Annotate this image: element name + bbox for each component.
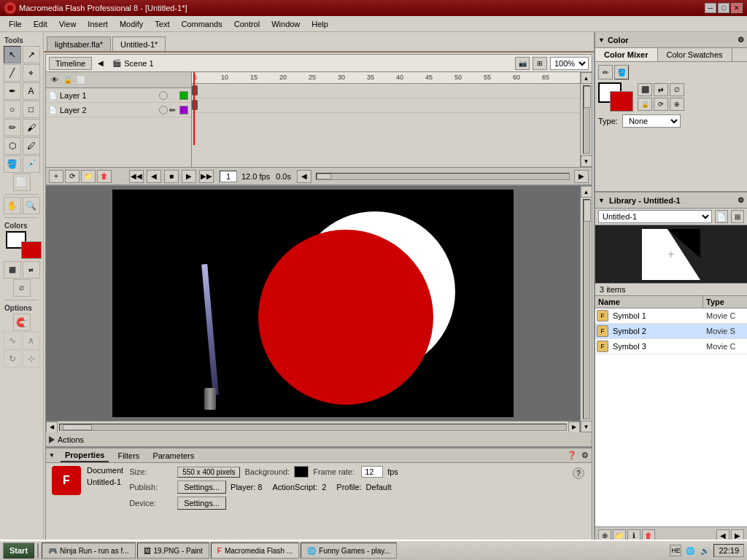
- tab-filters[interactable]: Filters: [113, 450, 144, 462]
- rect-tool[interactable]: □: [23, 101, 40, 118]
- lock-fill-btn[interactable]: 🔒: [638, 98, 652, 111]
- playhead[interactable]: [193, 72, 195, 145]
- swap-colors-btn[interactable]: ⇄: [23, 261, 40, 279]
- publish-settings-btn[interactable]: Settings...: [177, 481, 226, 494]
- lasso-tool[interactable]: ⌖: [23, 64, 40, 82]
- timeline-scroll-right[interactable]: ▶: [574, 170, 589, 183]
- play-btn[interactable]: ◀◀: [129, 170, 144, 183]
- stage-vscroll-up[interactable]: ▲: [581, 186, 592, 198]
- snap-to-objects-btn[interactable]: 🧲: [13, 314, 31, 331]
- library-select[interactable]: Untitled-1: [598, 210, 712, 223]
- zoom-tool[interactable]: 🔍: [23, 197, 40, 214]
- taskbar-browser[interactable]: 🌐 Funny Games - play...: [301, 542, 397, 559]
- layer2-visible[interactable]: [159, 106, 168, 114]
- menu-edit[interactable]: Edit: [28, 18, 53, 30]
- props-help-btn[interactable]: ❓: [567, 451, 577, 460]
- device-settings-btn[interactable]: Settings...: [177, 497, 226, 510]
- layer2-lock[interactable]: ✏: [169, 106, 178, 114]
- step-forward-btn[interactable]: ▶: [182, 170, 196, 183]
- zoom-select[interactable]: 100%: [550, 57, 589, 70]
- fill-color-swatch[interactable]: [21, 241, 42, 259]
- timeline-vscroll-down[interactable]: ▼: [581, 155, 592, 167]
- eraser-tool[interactable]: ⬜: [13, 174, 31, 191]
- tab-untitled[interactable]: Untitled-1*: [112, 36, 166, 51]
- start-button[interactable]: Start: [3, 542, 34, 559]
- color-swatches-tab[interactable]: Color Swatches: [658, 48, 732, 61]
- layer-2-row[interactable]: 📄 Layer 2 ✏: [46, 103, 191, 117]
- library-options-btn[interactable]: ⚙: [738, 196, 744, 204]
- taskbar-paint[interactable]: 🖼 19.PNG - Paint: [137, 542, 209, 559]
- add-motion-guide-btn[interactable]: ⟳: [65, 170, 80, 183]
- delete-layer-btn[interactable]: 🗑: [97, 170, 112, 183]
- play-forward-btn[interactable]: ▶▶: [199, 170, 214, 183]
- menu-file[interactable]: File: [3, 18, 28, 30]
- props-collapse-btn[interactable]: ▼: [49, 452, 56, 459]
- props-help-icon[interactable]: ?: [573, 467, 584, 479]
- color-mixer-tab[interactable]: Color Mixer: [595, 48, 658, 61]
- subselect-tool[interactable]: ↗: [23, 46, 40, 63]
- text-tool[interactable]: A: [23, 82, 40, 100]
- arrow-tool[interactable]: ↖: [4, 46, 21, 63]
- menu-window[interactable]: Window: [266, 18, 306, 30]
- type-select[interactable]: None: [622, 114, 681, 128]
- timeline-back-btn[interactable]: ◀: [95, 59, 107, 68]
- stop-btn[interactable]: ■: [164, 170, 179, 183]
- stage-vscroll-thumb[interactable]: [584, 200, 591, 222]
- timeline-scroll-left[interactable]: ◀: [297, 170, 311, 183]
- close-button[interactable]: ✕: [731, 3, 743, 13]
- taskbar-flash[interactable]: F Macromedia Flash ...: [211, 542, 299, 559]
- color-mixer-collapse[interactable]: ▼: [598, 36, 605, 44]
- fill-transform-tool[interactable]: ⬡: [4, 137, 21, 155]
- camera-btn[interactable]: 📷: [515, 57, 530, 70]
- swap-color-btn[interactable]: ⇄: [654, 83, 668, 96]
- timeline-hscroll-thumb[interactable]: [317, 174, 331, 179]
- no-color-btn2[interactable]: ∅: [670, 83, 684, 96]
- smooth-btn[interactable]: ∿: [4, 332, 21, 349]
- hand-tool[interactable]: ✋: [4, 197, 21, 214]
- layer1-lock[interactable]: [169, 91, 178, 100]
- eyedropper-tool[interactable]: 💉: [23, 155, 40, 173]
- systray-lang-btn[interactable]: HE: [670, 545, 681, 556]
- library-item-2[interactable]: F Symbol 3 Movie C: [595, 339, 747, 354]
- no-color-btn[interactable]: ∅: [13, 279, 31, 297]
- hscroll-right-btn[interactable]: ▶: [568, 421, 580, 433]
- pencil-tool[interactable]: ✏: [4, 119, 21, 136]
- new-layer-btn[interactable]: +: [49, 170, 63, 183]
- fps-input[interactable]: [361, 466, 383, 478]
- hscroll-thumb[interactable]: [63, 424, 92, 430]
- step-back-btn[interactable]: ◀: [147, 170, 161, 183]
- stroke-tool-btn[interactable]: ✏: [598, 65, 613, 79]
- line-tool[interactable]: ╱: [4, 64, 21, 82]
- layer-1-row[interactable]: 📄 Layer 1: [46, 88, 191, 103]
- hscroll-left-btn[interactable]: ◀: [46, 421, 58, 433]
- menu-text[interactable]: Text: [149, 18, 175, 30]
- straighten-btn[interactable]: ∧: [23, 332, 40, 349]
- color-extra-1[interactable]: ⟳: [654, 98, 668, 111]
- fill-tool-btn[interactable]: 🪣: [614, 65, 629, 79]
- library-view-btn[interactable]: ⊞: [731, 210, 744, 223]
- color-mixer-options[interactable]: ⚙: [738, 36, 744, 44]
- timeline-vscroll-up[interactable]: ▲: [581, 72, 592, 84]
- stage-vscroll-down[interactable]: ▼: [581, 421, 592, 432]
- library-item-1[interactable]: F Symbol 2 Movie S: [595, 324, 747, 339]
- menu-view[interactable]: View: [53, 18, 82, 30]
- paint-bucket-tool[interactable]: 🪣: [4, 155, 21, 173]
- tab-properties[interactable]: Properties: [61, 449, 109, 462]
- scale-btn[interactable]: ⊹: [23, 350, 40, 368]
- brush-tool[interactable]: 🖌: [23, 119, 40, 136]
- library-new-btn[interactable]: 📄: [715, 210, 728, 223]
- menu-commands[interactable]: Commands: [175, 18, 228, 30]
- menu-insert[interactable]: Insert: [82, 18, 114, 30]
- maximize-button[interactable]: □: [718, 3, 729, 13]
- size-btn[interactable]: 550 x 400 pixels: [177, 467, 240, 478]
- tab-parameters[interactable]: Parameters: [148, 450, 198, 462]
- frame-number[interactable]: 1: [220, 171, 237, 182]
- bg-color-btn[interactable]: [294, 466, 309, 478]
- menu-modify[interactable]: Modify: [114, 18, 149, 30]
- ink-bottle-tool[interactable]: 🖊: [23, 137, 40, 155]
- taskbar-ninja-run[interactable]: 🎮 Ninja Run - run as f...: [42, 542, 135, 559]
- timeline-vscroll-thumb[interactable]: [584, 86, 591, 108]
- props-options-btn[interactable]: ⚙: [581, 451, 589, 460]
- library-item-0[interactable]: F Symbol 1 Movie C: [595, 308, 747, 324]
- menu-help[interactable]: Help: [306, 18, 334, 30]
